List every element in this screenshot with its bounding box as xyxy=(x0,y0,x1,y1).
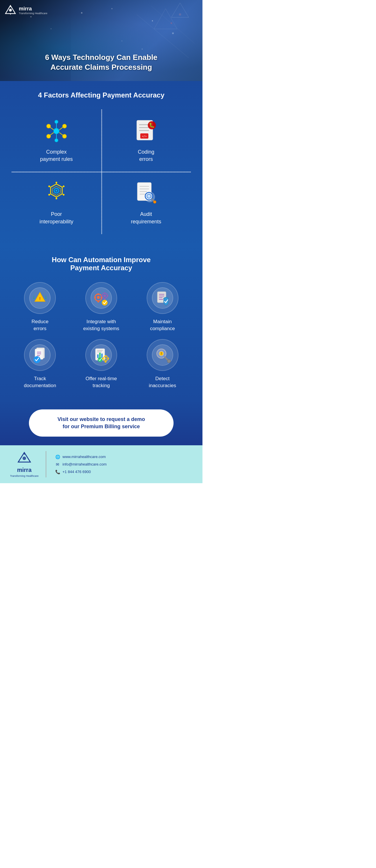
hero-section: mirra Transforming Healthcare 6 Ways Tec… xyxy=(0,0,202,81)
factor-label-complex-rules: Complexpayment rules xyxy=(40,148,72,163)
svg-point-64 xyxy=(97,296,100,299)
svg-point-16 xyxy=(55,138,58,142)
hero-title: 6 Ways Technology Can Enable Accurate Cl… xyxy=(45,53,158,72)
complex-rules-icon xyxy=(43,118,69,144)
auto-item-realtime-tracking: Offer real-timetracking xyxy=(73,339,130,389)
svg-point-70 xyxy=(103,294,106,297)
svg-rect-67 xyxy=(94,297,96,298)
svg-point-98 xyxy=(105,358,106,359)
email-icon: ✉ xyxy=(55,462,60,467)
svg-line-19 xyxy=(50,127,54,130)
detect-inaccuracies-icon-circle: ! xyxy=(147,339,179,371)
svg-rect-71 xyxy=(104,292,105,294)
automation-section: How Can Automation Improve Payment Accur… xyxy=(0,246,202,401)
svg-point-44 xyxy=(56,197,57,199)
svg-point-45 xyxy=(48,194,50,195)
svg-rect-91 xyxy=(97,354,99,358)
footer-phone: 📞 +1 844 476 6900 xyxy=(55,469,107,474)
svg-point-15 xyxy=(55,120,58,124)
footer-website: 🌐 www.mirrahealthcare.com xyxy=(55,454,107,460)
reduce-errors-icon-circle: ! ↓ ↓ xyxy=(24,282,56,314)
auto-label-maintain-compliance: Maintaincompliance xyxy=(150,318,175,332)
factor-item-audit-req: Auditrequirements xyxy=(101,172,191,234)
factor-item-poor-interop: Poorinteroperability xyxy=(11,172,101,234)
auto-item-reduce-errors: ! ↓ ↓ Reduceerrors xyxy=(11,282,68,332)
phone-icon: 📞 xyxy=(55,469,60,474)
footer-phone-text: +1 844 476 6900 xyxy=(62,470,91,474)
cta-section: Visit our website to request a demo for … xyxy=(0,401,202,445)
cta-text: Visit our website to request a demo for … xyxy=(40,416,162,430)
svg-rect-92 xyxy=(99,353,101,358)
auto-item-maintain-compliance: Maintaincompliance xyxy=(134,282,191,332)
factor-label-coding-errors: Codingerrors xyxy=(138,148,154,163)
automation-title: How Can Automation Improve Payment Accur… xyxy=(11,256,191,272)
svg-point-9 xyxy=(179,13,181,16)
track-docs-icon-circle xyxy=(24,339,56,371)
auto-label-reduce-errors: Reduceerrors xyxy=(32,318,49,332)
coding-errors-icon: </> 🐛 xyxy=(133,118,159,144)
svg-rect-65 xyxy=(97,293,99,295)
svg-rect-100 xyxy=(105,361,106,363)
footer-logo-area: mirra Transforming Healthcare xyxy=(9,451,46,477)
auto-label-integrate-systems: Integrate withexisting systems xyxy=(83,318,120,332)
svg-text:↓: ↓ xyxy=(44,294,47,300)
svg-rect-66 xyxy=(97,301,99,302)
svg-point-108 xyxy=(167,359,170,363)
svg-marker-5 xyxy=(154,9,177,29)
svg-point-14 xyxy=(62,134,66,138)
svg-point-10 xyxy=(54,128,59,134)
svg-line-21 xyxy=(50,132,54,135)
globe-icon: 🌐 xyxy=(55,454,60,460)
footer-logo-text: mirra xyxy=(17,467,32,473)
footer-email-text: info@mirrahealthcare.com xyxy=(62,462,107,466)
svg-point-46 xyxy=(48,185,50,187)
maintain-compliance-icon-circle xyxy=(147,282,179,314)
factors-section: 4 Factors Affecting Payment Accuracy xyxy=(0,81,202,246)
footer-contacts: 🌐 www.mirrahealthcare.com ✉ info@mirrahe… xyxy=(52,454,107,474)
footer-logo-sub: Transforming Healthcare xyxy=(10,474,39,477)
logo-text: mirra Transforming Healthcare xyxy=(19,6,48,15)
svg-text:!: ! xyxy=(161,352,162,355)
poor-interop-icon xyxy=(43,180,69,206)
svg-point-1 xyxy=(9,9,12,11)
logo-icon xyxy=(4,4,17,17)
factor-label-poor-interop: Poorinteroperability xyxy=(39,211,73,225)
svg-rect-68 xyxy=(101,297,102,298)
svg-point-41 xyxy=(56,182,57,183)
automation-grid: ! ↓ ↓ Reduceerrors xyxy=(11,282,191,389)
svg-text:</>: </> xyxy=(142,135,147,138)
logo-area: mirra Transforming Healthcare xyxy=(4,4,48,17)
footer-logo-icon xyxy=(17,451,32,466)
auto-label-detect-inaccuracies: Detectinaccuracies xyxy=(149,375,176,389)
svg-point-112 xyxy=(23,457,26,460)
auto-item-detect-inaccuracies: ! Detectinaccuracies xyxy=(134,339,191,389)
footer-email: ✉ info@mirrahealthcare.com xyxy=(55,462,107,467)
integrate-systems-icon-circle xyxy=(85,282,117,314)
audit-req-icon xyxy=(133,180,159,206)
factors-title: 4 Factors Affecting Payment Accuracy xyxy=(11,91,191,99)
factor-label-audit-req: Auditrequirements xyxy=(131,211,161,225)
factor-item-complex-rules: Complexpayment rules xyxy=(11,110,101,172)
footer: mirra Transforming Healthcare 🌐 www.mirr… xyxy=(0,445,202,483)
svg-point-12 xyxy=(62,124,66,128)
auto-item-integrate-systems: Integrate withexisting systems xyxy=(73,282,130,332)
svg-rect-73 xyxy=(101,295,102,297)
svg-rect-102 xyxy=(107,358,109,359)
realtime-tracking-icon-circle xyxy=(85,339,117,371)
svg-point-55 xyxy=(147,194,151,198)
svg-rect-99 xyxy=(105,355,106,357)
svg-rect-72 xyxy=(104,298,105,300)
svg-point-34 xyxy=(56,190,57,191)
auto-label-realtime-tracking: Offer real-timetracking xyxy=(86,375,117,389)
auto-item-track-docs: Trackdocumentation xyxy=(11,339,68,389)
svg-point-56 xyxy=(153,200,156,204)
footer-website-text: www.mirrahealthcare.com xyxy=(62,455,106,459)
svg-text:↓: ↓ xyxy=(33,294,35,300)
svg-line-6 xyxy=(137,14,189,58)
svg-point-8 xyxy=(170,22,173,24)
svg-text:🐛: 🐛 xyxy=(149,122,155,128)
auto-label-track-docs: Trackdocumentation xyxy=(24,375,56,389)
svg-point-43 xyxy=(63,194,64,195)
svg-point-75 xyxy=(102,300,107,306)
svg-point-42 xyxy=(63,185,64,187)
